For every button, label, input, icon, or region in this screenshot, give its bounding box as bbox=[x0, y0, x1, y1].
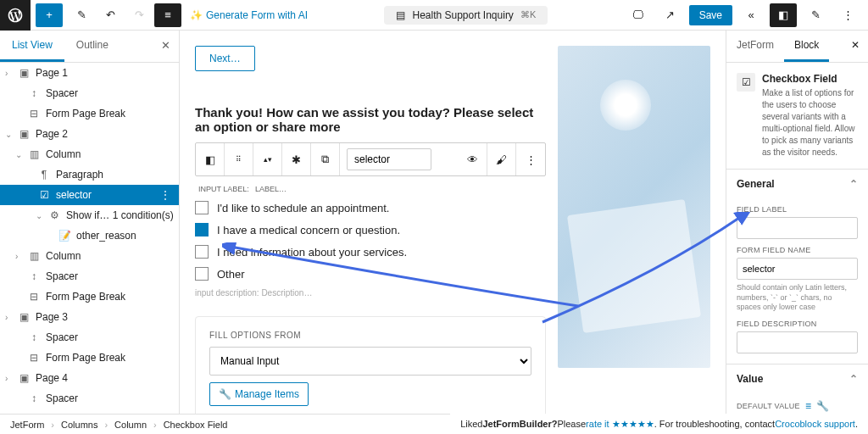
settings-panel-toggle[interactable]: ◧ bbox=[770, 3, 797, 27]
copy-icon[interactable]: ⧉ bbox=[311, 143, 340, 175]
breadcrumb-item[interactable]: JetForm bbox=[10, 420, 44, 430]
breadcrumb-item[interactable]: Columns bbox=[61, 420, 97, 430]
tab-list-view[interactable]: List View bbox=[0, 31, 64, 62]
toolbar-left: + ✎ ↶ ↷ ≡ ✨ Generate Form with AI bbox=[0, 0, 308, 31]
tab-block[interactable]: Block bbox=[784, 31, 829, 62]
checkbox-icon[interactable] bbox=[195, 245, 209, 259]
tree-item-spacer[interactable]: ↕Spacer bbox=[0, 83, 179, 103]
top-toolbar: + ✎ ↶ ↷ ≡ ✨ Generate Form with AI ▤ Heal… bbox=[0, 0, 868, 31]
tree-item-other-reason[interactable]: 📝other_reason bbox=[0, 225, 179, 246]
database-icon[interactable]: ≡ bbox=[805, 400, 811, 412]
block-info-header: ☑ Checkbox Field Make a list of options … bbox=[726, 63, 868, 170]
tree-item-paragraph[interactable]: ¶Paragraph bbox=[0, 164, 179, 185]
toolbar-right: 🖵 ↗ Save « ◧ ✎ ⋮ bbox=[625, 3, 868, 27]
block-tree: ›▣Page 1↕Spacer⊟Form Page Break⌄▣Page 2⌄… bbox=[0, 63, 179, 434]
checkbox-option[interactable]: Other bbox=[195, 263, 546, 285]
question-title: Thank you! How can we assist you today? … bbox=[195, 105, 546, 134]
wordpress-logo[interactable] bbox=[0, 0, 31, 31]
wrench-icon[interactable]: 🔧 bbox=[816, 400, 829, 412]
external-link-icon[interactable]: ↗ bbox=[657, 3, 684, 27]
block-type-icon[interactable]: ◧ bbox=[196, 143, 225, 175]
left-panel-tabs: List View Outline ✕ bbox=[0, 31, 179, 63]
support-link[interactable]: Crocoblock support bbox=[775, 419, 855, 429]
general-section-header[interactable]: General⌃ bbox=[726, 170, 868, 198]
default-value-label: DEFAULT VALUE bbox=[737, 402, 800, 410]
medical-image bbox=[558, 46, 710, 368]
document-icon: ▤ bbox=[396, 9, 405, 21]
fill-options-section: FILL OPTIONS FROM Manual Input 🔧 Manage … bbox=[195, 316, 546, 420]
more-options-icon[interactable]: ⋮ bbox=[516, 143, 545, 175]
value-section-header[interactable]: Value⌃ bbox=[726, 364, 868, 393]
edit-button[interactable]: ✎ bbox=[68, 3, 95, 27]
field-name-input[interactable] bbox=[347, 148, 431, 170]
undo-button[interactable]: ↶ bbox=[97, 3, 124, 27]
tree-item-spacer[interactable]: ↕Spacer bbox=[0, 327, 179, 348]
field-label-label: FIELD LABEL bbox=[737, 205, 858, 214]
collapse-icon[interactable]: « bbox=[737, 3, 765, 27]
breadcrumb-item[interactable]: Checkbox Field bbox=[164, 420, 228, 430]
save-button[interactable]: Save bbox=[689, 5, 732, 25]
move-up-down-icon[interactable]: ▴▾ bbox=[253, 143, 282, 175]
checkbox-icon[interactable] bbox=[195, 201, 209, 214]
tree-item-show-if-1-condition-s-[interactable]: ⌄⚙Show if… 1 condition(s) bbox=[0, 205, 179, 225]
editor-canvas: Next… Thank you! How can we assist you t… bbox=[180, 31, 726, 434]
style-brush-icon[interactable]: 🖌 bbox=[487, 143, 516, 175]
tree-item-column[interactable]: ›▥Column bbox=[0, 246, 179, 266]
more-menu-icon[interactable]: ⋮ bbox=[834, 3, 861, 27]
fill-options-select[interactable]: Manual Input bbox=[209, 347, 531, 376]
close-right-panel-icon[interactable]: ✕ bbox=[843, 31, 868, 62]
right-panel-tabs: JetForm Block ✕ bbox=[726, 31, 868, 63]
visibility-icon[interactable]: 👁 bbox=[459, 143, 487, 175]
rate-link[interactable]: rate it bbox=[586, 419, 609, 429]
tab-outline[interactable]: Outline bbox=[64, 31, 120, 62]
document-title[interactable]: ▤ Health Support Inquiry ⌘K bbox=[384, 6, 548, 25]
tree-item-form-page-break[interactable]: ⊟Form Page Break bbox=[0, 103, 179, 124]
field-name-hint: Should contain only Latin letters, numbe… bbox=[737, 283, 858, 313]
next-button[interactable]: Next… bbox=[195, 46, 255, 71]
form-field-name-input[interactable] bbox=[737, 258, 858, 280]
field-label-input[interactable] bbox=[737, 217, 858, 239]
list-view-toggle[interactable]: ≡ bbox=[154, 3, 181, 27]
checkbox-icon[interactable] bbox=[195, 267, 209, 281]
fill-options-label: FILL OPTIONS FROM bbox=[209, 331, 531, 340]
tree-item-form-page-break[interactable]: ⊟Form Page Break bbox=[0, 287, 179, 307]
required-icon[interactable]: ✱ bbox=[282, 143, 311, 175]
tree-item-selector[interactable]: ☑selector⋮ bbox=[0, 185, 179, 205]
field-description-input[interactable] bbox=[737, 331, 858, 353]
drag-handle-icon[interactable]: ⠿ bbox=[225, 143, 253, 175]
desktop-preview-icon[interactable]: 🖵 bbox=[625, 3, 652, 27]
add-block-button[interactable]: + bbox=[36, 3, 63, 27]
checkbox-option[interactable]: I'd like to schedule an appointment. bbox=[195, 197, 546, 219]
left-panel: List View Outline ✕ ›▣Page 1↕Spacer⊟Form… bbox=[0, 31, 180, 434]
tree-item-spacer[interactable]: ↕Spacer bbox=[0, 266, 179, 287]
form-field-name-label: FORM FIELD NAME bbox=[737, 246, 858, 254]
input-label-marker: INPUT LABEL: LABEL… bbox=[195, 185, 546, 193]
block-toolbar: ◧ ⠿ ▴▾ ✱ ⧉ 👁 🖌 ⋮ bbox=[195, 142, 546, 176]
tree-item-page-3[interactable]: ›▣Page 3 bbox=[0, 307, 179, 327]
close-panel-icon[interactable]: ✕ bbox=[153, 31, 179, 62]
chevron-up-icon: ⌃ bbox=[849, 373, 858, 385]
tree-item-column[interactable]: ⌄▥Column bbox=[0, 144, 179, 164]
general-section: General⌃ FIELD LABEL FORM FIELD NAME Sho… bbox=[726, 170, 868, 364]
right-panel: JetForm Block ✕ ☑ Checkbox Field Make a … bbox=[726, 31, 868, 434]
checkbox-field-icon: ☑ bbox=[737, 73, 755, 92]
tree-item-form-page-break[interactable]: ⊟Form Page Break bbox=[0, 348, 179, 368]
breadcrumb-item[interactable]: Column bbox=[114, 420, 147, 430]
generate-ai-link[interactable]: ✨ Generate Form with AI bbox=[190, 9, 308, 21]
tree-item-page-4[interactable]: ›▣Page 4 bbox=[0, 368, 179, 388]
manage-items-button[interactable]: 🔧 Manage Items bbox=[209, 382, 309, 406]
checkbox-option[interactable]: I have a medical concern or question. bbox=[195, 219, 546, 241]
field-description-label: FIELD DESCRIPTION bbox=[737, 320, 858, 328]
rating-notice: Liked JetFormBuilder? Please rate it ★★★… bbox=[450, 414, 868, 434]
input-description-marker: input description: Description… bbox=[195, 288, 546, 298]
toolbar-center: ▤ Health Support Inquiry ⌘K bbox=[308, 6, 625, 25]
tab-jetform[interactable]: JetForm bbox=[726, 31, 784, 62]
chevron-up-icon: ⌃ bbox=[849, 178, 858, 190]
tree-item-page-1[interactable]: ›▣Page 1 bbox=[0, 63, 179, 83]
checkbox-icon[interactable] bbox=[195, 223, 209, 236]
checkbox-option[interactable]: I need information about your services. bbox=[195, 241, 546, 263]
redo-button[interactable]: ↷ bbox=[125, 3, 153, 27]
styles-icon[interactable]: ✎ bbox=[802, 3, 829, 27]
tree-item-spacer[interactable]: ↕Spacer bbox=[0, 388, 179, 409]
tree-item-page-2[interactable]: ⌄▣Page 2 bbox=[0, 124, 179, 144]
